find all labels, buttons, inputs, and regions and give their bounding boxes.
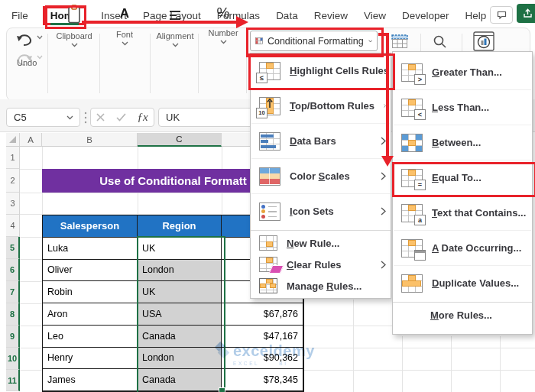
enter-check-icon[interactable] [116, 113, 126, 121]
cell-c11[interactable]: Canada [138, 369, 222, 391]
cell-b8[interactable]: Aron [43, 303, 138, 326]
table-greater-icon: > [401, 63, 423, 82]
search-button[interactable] [433, 34, 447, 52]
chevron-down-icon[interactable] [66, 115, 73, 120]
number-group[interactable]: % Number [200, 5, 246, 44]
cell-c5-active[interactable]: UK [138, 238, 222, 260]
manage-rules-icon [259, 278, 277, 293]
cell-d8[interactable]: $67,876 [222, 303, 303, 326]
chevron-down-icon[interactable] [37, 35, 43, 40]
cell-b7[interactable]: Robin [43, 281, 138, 303]
new-rule-icon [259, 235, 277, 251]
gridline [304, 326, 392, 326]
row-header-5[interactable]: 5 [6, 237, 20, 259]
row-header-11[interactable]: 11 [6, 370, 20, 391]
fill-handle[interactable] [219, 387, 225, 392]
insert-function-icon[interactable]: ƒx [138, 111, 148, 124]
cell-c10[interactable]: London [138, 348, 222, 370]
table-header-region: Region [138, 215, 222, 238]
menu-item-manage-rules[interactable]: Manage Rules... [251, 275, 391, 296]
menu-separator [393, 302, 532, 303]
clipboard-group-label: Clipboard [50, 31, 98, 40]
font-group-label: Font [101, 30, 148, 39]
cell-b9[interactable]: Leo [43, 326, 138, 348]
formula-input[interactable]: UK [158, 108, 255, 127]
row-header-3[interactable]: 3 [6, 193, 20, 215]
cell-b5[interactable]: Luka [43, 238, 138, 260]
cell-c7[interactable]: UK [138, 281, 222, 303]
menu-item-between[interactable]: Between... [393, 125, 532, 160]
submenu-arrow-icon [381, 172, 386, 180]
tab-data[interactable]: Data [274, 8, 300, 24]
row-header-9[interactable]: 9 [6, 326, 20, 348]
row-header-1[interactable]: 1 [6, 147, 20, 169]
tab-view[interactable]: View [362, 8, 387, 24]
row-header-2[interactable]: 2 [6, 169, 20, 193]
format-as-table-icon [391, 34, 408, 49]
tab-file[interactable]: File [10, 8, 30, 24]
cell-b10[interactable]: Henry [43, 348, 138, 370]
cell-d10[interactable]: $90,362 [222, 348, 303, 370]
chevron-down-icon [37, 55, 43, 60]
group-separator [99, 34, 100, 93]
column-header-c[interactable]: C [138, 133, 222, 147]
select-all-corner[interactable] [6, 133, 20, 147]
chevron-down-icon[interactable] [172, 43, 179, 47]
menu-item-new-rule[interactable]: New Rule... [251, 232, 391, 254]
table-header-salesperson: Salesperson [43, 215, 138, 238]
chevron-down-icon[interactable] [220, 40, 227, 44]
alignment-group[interactable]: Alignment [151, 5, 199, 47]
icon-sets-icon [259, 202, 280, 221]
name-box-value: C5 [14, 112, 27, 123]
comments-button[interactable] [490, 6, 513, 24]
tab-help[interactable]: Help [464, 8, 488, 24]
row-header-4[interactable]: 4 [6, 215, 20, 237]
menu-item-less-than[interactable]: < Less Than... [393, 90, 532, 125]
cell-d11[interactable]: $78,345 [222, 369, 303, 391]
menu-item-equal-to[interactable]: = Equal To... [393, 160, 532, 195]
cell-b6[interactable]: Oliver [43, 260, 138, 282]
cell-c8[interactable]: USA [138, 303, 222, 326]
column-header-a[interactable]: A [20, 133, 42, 147]
gridline [20, 348, 42, 348]
formula-bar-splitter[interactable] [84, 112, 87, 124]
menu-item-greater-than[interactable]: > Greater Than... [393, 55, 532, 89]
clipboard-group[interactable]: Clipboard [50, 5, 98, 47]
undo-group-label: Undo [17, 58, 37, 67]
column-header-b[interactable]: B [42, 133, 138, 147]
chevron-down-icon [368, 39, 372, 44]
row-header-7[interactable]: 7 [6, 281, 20, 303]
menu-item-a-date-occurring[interactable]: A Date Occurring... [393, 231, 532, 265]
cell-b11[interactable]: James [43, 369, 138, 391]
share-button[interactable] [517, 4, 535, 23]
undo-button[interactable] [15, 34, 43, 50]
row-header-8[interactable]: 8 [6, 303, 20, 326]
menu-item-text-that-contains[interactable]: a Text that Contains... [393, 196, 532, 230]
menu-item-more-rules[interactable]: More Rules... [393, 304, 532, 326]
gridline [20, 303, 42, 304]
row-header-6[interactable]: 6 [6, 259, 20, 281]
name-box[interactable]: C5 [6, 108, 80, 127]
chevron-down-icon[interactable] [122, 41, 128, 46]
cell-c9[interactable]: Canada [138, 326, 222, 348]
chevron-down-icon[interactable] [71, 43, 78, 47]
menu-item-clear-rules[interactable]: Clear Rules [251, 254, 391, 275]
conditional-formatting-button[interactable]: Conditional Formatting [250, 31, 378, 51]
row-header-10[interactable]: 10 [6, 348, 20, 370]
menu-item-icon-sets[interactable]: Icon Sets [251, 194, 391, 228]
cell-d9[interactable]: $47,167 [222, 326, 303, 348]
font-group[interactable]: A Font [101, 5, 148, 46]
menu-separator [251, 230, 391, 231]
menu-item-color-scales[interactable]: Color Scales [251, 159, 391, 193]
tab-review[interactable]: Review [313, 8, 349, 24]
menu-item-top-bottom-rules[interactable]: 10 Top/Bottom Rules [251, 89, 391, 123]
menu-item-data-bars[interactable]: Data Bars [251, 124, 391, 158]
format-as-table-button[interactable] [391, 34, 408, 52]
menu-item-duplicate-values[interactable]: Duplicate Values... [393, 266, 532, 300]
cancel-icon[interactable] [96, 113, 105, 121]
gridline [353, 300, 354, 392]
menu-item-highlight-cells-rules[interactable]: ≤ Highlight Cells Rules [251, 53, 391, 88]
cell-c6[interactable]: London [138, 260, 222, 282]
tab-developer[interactable]: Developer [400, 8, 451, 24]
group-separator [47, 34, 48, 93]
